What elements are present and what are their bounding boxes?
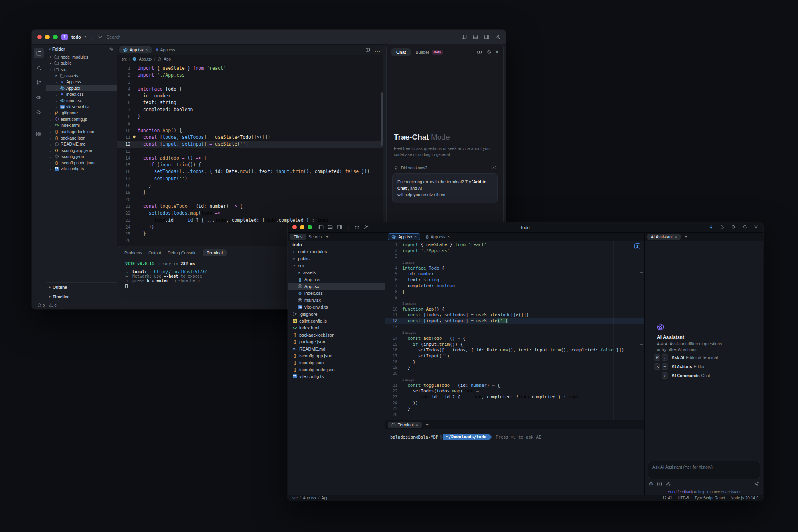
code-line-26[interactable]: 26 <box>385 412 644 418</box>
sidebar-item-debug[interactable] <box>34 107 44 117</box>
code-line-11[interactable]: 11 const [todos, setTodos] = useState<To… <box>117 134 383 141</box>
code-line-10[interactable]: 10function App() { <box>117 127 383 134</box>
tree-item-node_modules[interactable]: ▸node_modules <box>288 248 385 255</box>
shortcut-ask-ai[interactable]: ⌘.Ask AIEditor & Terminal <box>645 353 763 362</box>
collaborate-icon[interactable] <box>363 225 369 230</box>
tab-app-tsx[interactable]: App.tsx × <box>119 46 152 53</box>
tree-item-tsconfig.app.json[interactable]: {}tsconfig.app.json <box>46 147 117 154</box>
tree-item-tsconfig.json[interactable]: tsconfig.json <box>46 154 117 160</box>
tree-item-App.css[interactable]: #App.css <box>46 79 117 85</box>
toggle-bottom-panel-icon[interactable] <box>473 34 478 39</box>
tree-item-package-lock.json[interactable]: {}package-lock.json <box>46 128 117 135</box>
code-line-6[interactable]: 6 text: string <box>385 277 644 283</box>
explorer-header[interactable]: ▾ Folder <box>46 45 117 53</box>
code-line-24[interactable]: 24 )) <box>385 400 644 406</box>
code-line-21[interactable]: 21 const toggleTodo = (id: number) => { <box>117 203 383 210</box>
tree-item-App.css[interactable]: {}App.css <box>288 276 385 283</box>
code-line-18[interactable]: 18 } <box>385 359 644 365</box>
tree-item-src[interactable]: ▾src <box>288 262 385 269</box>
tree-item-main.tsx[interactable]: main.tsx <box>46 97 117 104</box>
code-line-15[interactable]: 15 if (input.trim()) { <box>117 162 383 168</box>
tree-item-index.css[interactable]: {}index.css <box>288 290 385 297</box>
code-line-7[interactable]: 7 completed: boolean <box>385 283 644 289</box>
code-line-8[interactable]: 8} <box>385 289 644 295</box>
tree-item-tsconfig.app.json[interactable]: {}tsconfig.app.json <box>288 352 385 359</box>
status-encoding[interactable]: UTF-8 <box>678 496 689 500</box>
code-line-4[interactable]: 4interface Todo { <box>117 86 383 93</box>
local-url[interactable]: http://localhost:5173/ <box>154 270 207 274</box>
close-tab-icon[interactable]: × <box>447 234 450 239</box>
sidebar-item-preview[interactable] <box>34 92 44 102</box>
breadcrumb-src[interactable]: src <box>122 57 127 61</box>
tree-item-index.html[interactable]: <>index.html <box>46 122 117 129</box>
search-icon[interactable] <box>731 225 736 230</box>
tree-item-vite.config.ts[interactable]: TSvite.config.ts <box>46 166 117 172</box>
tree-item-index.html[interactable]: <>index.html <box>288 325 385 331</box>
zoom-window-button[interactable] <box>53 35 58 39</box>
toggle-right-panel-icon[interactable] <box>484 34 489 39</box>
split-editor-icon[interactable] <box>365 47 370 52</box>
add-terminal-icon[interactable]: + <box>424 422 430 428</box>
explorer-settings-icon[interactable] <box>109 47 114 51</box>
code-line-3[interactable]: 3 <box>117 79 383 86</box>
close-window-button[interactable] <box>292 225 297 229</box>
code-line-16[interactable]: 16 setTodos([...todos, { id: Date.now(),… <box>385 347 644 353</box>
chevron-down-icon[interactable]: ▾ <box>85 35 86 39</box>
breadcrumb-symbol[interactable]: App <box>164 57 171 61</box>
usage-annotation[interactable]: 1 usage <box>385 377 644 383</box>
code-line-18[interactable]: 18 } <box>117 182 383 189</box>
tree-item-todo[interactable]: todo <box>288 241 385 248</box>
tab-app-css[interactable]: {} App.css × <box>423 234 453 240</box>
usage-annotation[interactable]: 2 usages <box>385 330 644 336</box>
add-tab-icon[interactable]: + <box>324 234 330 240</box>
new-chat-icon[interactable] <box>477 50 482 55</box>
warning-count[interactable]: 0 <box>49 303 56 307</box>
status-node-version[interactable]: Node.js 20.14.0 <box>731 496 758 500</box>
status-language[interactable]: TypeScript React <box>695 496 725 500</box>
tree-item-eslint.config.js[interactable]: eslint.config.js <box>46 116 117 122</box>
code-line-6[interactable]: 6 text: string <box>117 99 383 106</box>
tab-app-tsx[interactable]: App.tsx × <box>388 233 420 240</box>
error-count[interactable]: 0 <box>37 303 45 307</box>
code-line-23[interactable]: 23 todo.id ≡ id ? { ...todo, completed: … <box>385 394 644 400</box>
close-tab-icon[interactable]: × <box>146 47 148 52</box>
toggle-left-dock-icon[interactable] <box>318 225 324 230</box>
code-line-22[interactable]: 22 setTodos(todos.map(todo => <box>117 210 383 217</box>
tree-item-package.json[interactable]: {}package.json <box>46 135 117 141</box>
more-actions-icon[interactable]: … <box>374 46 381 53</box>
code-line-22[interactable]: 22 setTodos(todos.map(todo ⇒ <box>385 388 644 394</box>
tree-item-tsconfig.node.json[interactable]: {}tsconfig.node.json <box>46 160 117 166</box>
grid-menu-icon[interactable] <box>354 225 359 230</box>
code-line-1[interactable]: 1import { useState } from 'react' <box>117 65 383 72</box>
code-line-17[interactable]: 17 setInput('') <box>117 175 383 182</box>
code-line-13[interactable]: 13 <box>385 324 644 330</box>
shortcut-ai-commands[interactable]: /AI CommandsChat <box>645 371 763 380</box>
code-line-19[interactable]: 19 } <box>117 189 383 196</box>
tree-item-README.md[interactable]: README.md <box>46 141 117 147</box>
code-line-20[interactable]: 20 <box>385 371 644 377</box>
tab-ai-assistant[interactable]: AI Assistant × <box>647 234 681 240</box>
code-line-7[interactable]: 7 completed: boolean <box>117 106 383 113</box>
breadcrumb-file[interactable]: App.tsx <box>139 57 152 61</box>
run-icon[interactable] <box>720 225 725 230</box>
tree-item-package.json[interactable]: {}package.json <box>288 338 385 345</box>
tab-problems[interactable]: Problems <box>124 250 142 255</box>
sidebar-item-source-control[interactable] <box>34 77 44 88</box>
send-feedback-link[interactable]: Send feedback <box>668 489 693 494</box>
code-line-9[interactable]: 9 <box>117 120 383 127</box>
terminal-prompt[interactable]: baladesign@Bala-MBP ~/Downloads/todo Pre… <box>385 429 644 445</box>
code-line-25[interactable]: 25 } <box>385 406 644 412</box>
project-name[interactable]: todo <box>71 35 81 39</box>
toggle-left-panel-icon[interactable] <box>462 34 467 39</box>
tree-item-main.tsx[interactable]: main.tsx <box>288 297 385 303</box>
sidebar-item-extensions[interactable] <box>34 129 44 139</box>
minimize-window-button[interactable] <box>300 225 304 229</box>
close-tab-icon[interactable]: × <box>675 234 677 239</box>
timeline-section[interactable]: ▸ Timeline <box>46 292 117 301</box>
code-line-3[interactable]: 3 <box>385 254 644 260</box>
search-input[interactable]: Search <box>107 35 120 39</box>
close-panel-icon[interactable]: × <box>496 49 498 55</box>
mention-icon[interactable]: @ <box>649 481 653 486</box>
code-line-11[interactable]: 11 const [todos, setTodos] = useState<To… <box>385 312 644 318</box>
code-line-19[interactable]: 19 } <box>385 365 644 371</box>
